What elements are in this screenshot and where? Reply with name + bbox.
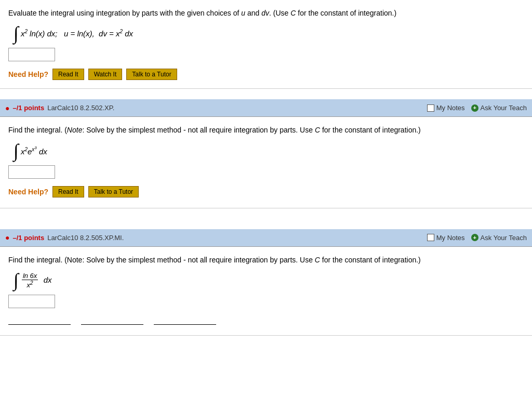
- notes-icon-2: [427, 104, 434, 112]
- problem-2: ● –/1 points LarCalc10 8.2.502.XP. My No…: [0, 99, 532, 208]
- problem-2-instruction: Find the integral. (Note: Solve by the s…: [8, 124, 524, 136]
- plus-circle-icon-3: +: [471, 234, 478, 241]
- problem-2-answer-input[interactable]: [8, 165, 55, 179]
- problem-2-id: LarCalc10 8.2.502.XP.: [47, 104, 114, 112]
- need-help-label: Need Help?: [8, 70, 48, 78]
- numerator: ln 6x: [22, 272, 38, 280]
- problem-3-answer-input[interactable]: [8, 295, 55, 308]
- my-notes-label-3: My Notes: [436, 234, 465, 242]
- integral-expression: x2 ln(x) dx; u = ln(x), dv = x2 dx: [21, 29, 133, 38]
- problem-2-tutor-button[interactable]: Talk to a Tutor: [88, 186, 139, 197]
- denominator: x2: [26, 280, 34, 289]
- problem-3-id: LarCalc10 8.2.505.XP.MI.: [47, 234, 124, 242]
- my-notes-button-3[interactable]: My Notes: [427, 234, 465, 242]
- plus-icon-left-3: ●: [5, 233, 9, 242]
- problem-2-header: ● –/1 points LarCalc10 8.2.502.XP. My No…: [0, 99, 532, 117]
- my-notes-label-2: My Notes: [436, 104, 465, 112]
- notes-icon-3: [427, 234, 434, 241]
- problem-3-instruction: Find the integral. (Note: Solve by the s…: [8, 254, 524, 266]
- problem-3-header-right: My Notes + Ask Your Teach: [427, 234, 527, 242]
- problem-3-header: ● –/1 points LarCalc10 8.2.505.XP.MI. My…: [0, 229, 532, 247]
- ask-teacher-button-2[interactable]: + Ask Your Teach: [471, 104, 527, 112]
- problem-3: ● –/1 points LarCalc10 8.2.505.XP.MI. My…: [0, 229, 532, 336]
- problem-2-points: –/1 points: [12, 104, 44, 112]
- bottom-line-1: [8, 315, 71, 325]
- watch-it-button[interactable]: Watch It: [88, 69, 123, 80]
- problem-2-header-left: ● –/1 points LarCalc10 8.2.502.XP.: [5, 104, 427, 112]
- problem-2-content: Find the integral. (Note: Solve by the s…: [0, 117, 532, 208]
- top-problem-formula: ∫ x2 ln(x) dx; u = ln(x), dv = x2 dx: [14, 24, 524, 43]
- problem-3-header-left: ● –/1 points LarCalc10 8.2.505.XP.MI.: [5, 233, 427, 242]
- problem-2-formula: ∫ x2ex3 dx: [14, 141, 524, 160]
- problem-3-formula: ∫ ln 6x x2 dx: [14, 271, 524, 289]
- problem-2-need-help: Need Help? Read It Talk to a Tutor: [8, 186, 524, 197]
- integral-expression-3: ln 6x x2 dx: [21, 272, 52, 289]
- integral-expression-2: x2ex3 dx: [21, 146, 47, 156]
- top-problem: Evaluate the integral using integration …: [0, 0, 532, 88]
- problem-3-points: –/1 points: [12, 234, 44, 242]
- integral-symbol-3: ∫: [14, 271, 19, 289]
- ask-teacher-button-3[interactable]: + Ask Your Teach: [471, 234, 527, 242]
- bottom-line-2: [81, 315, 143, 325]
- top-problem-instruction: Evaluate the integral using integration …: [8, 7, 524, 19]
- need-help-label-2: Need Help?: [8, 188, 48, 196]
- bottom-lines: [8, 315, 524, 325]
- plus-circle-icon-2: +: [471, 104, 478, 112]
- ask-teacher-label-3: Ask Your Teach: [481, 234, 527, 242]
- problem-3-content: Find the integral. (Note: Solve by the s…: [0, 247, 532, 336]
- integral-symbol: ∫: [14, 24, 19, 43]
- top-need-help: Need Help? Read It Watch It Talk to a Tu…: [8, 69, 524, 80]
- ask-teacher-label-2: Ask Your Teach: [481, 104, 527, 112]
- talk-to-tutor-button[interactable]: Talk to a Tutor: [126, 69, 177, 80]
- read-it-button[interactable]: Read It: [52, 69, 84, 80]
- plus-icon-left: ●: [5, 104, 9, 112]
- problem-2-read-it-button[interactable]: Read It: [52, 186, 84, 197]
- my-notes-button-2[interactable]: My Notes: [427, 104, 465, 112]
- fraction: ln 6x x2: [22, 272, 38, 289]
- integral-symbol-2: ∫: [14, 141, 19, 160]
- bottom-line-3: [154, 315, 216, 325]
- problem-2-header-right: My Notes + Ask Your Teach: [427, 104, 527, 112]
- top-answer-input[interactable]: [8, 48, 55, 61]
